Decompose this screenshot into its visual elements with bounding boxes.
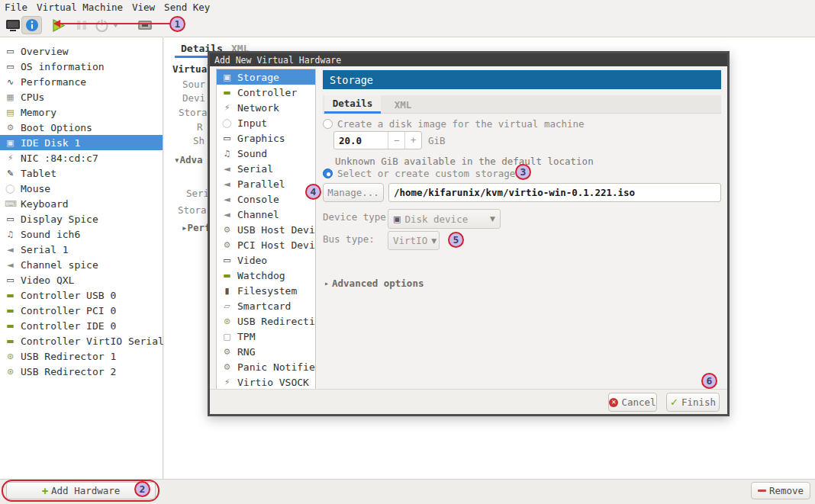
sidebar-item-usb-redirector-2[interactable]: ⊛ USB Redirector 2 — [0, 364, 163, 379]
hwtype-item-panic-notifier[interactable]: ⚙ Panic Notifier — [217, 359, 315, 374]
item-icon: ⚡ — [221, 103, 233, 113]
info-icon[interactable] — [21, 16, 42, 34]
hardware-type-list: ▣ Storage ▬ Controller ⚡ Network ◯ Input… — [216, 69, 316, 392]
hwtype-item-input[interactable]: ◯ Input — [217, 115, 315, 130]
hwtype-item-parallel[interactable]: ◄ Parallel — [217, 176, 315, 191]
hwtype-item-virtio-vsock[interactable]: ⚡ Virtio VSOCK — [217, 374, 315, 390]
sidebar-item-display-spice[interactable]: ▭ Display Spice — [0, 211, 163, 226]
disk-size-spinner[interactable]: 20.0 − + — [333, 131, 422, 149]
item-label: Keyboard — [21, 198, 69, 210]
sidebar-item-controller-virtio-serial-0[interactable]: ▬ Controller VirtIO Serial 0 — [0, 333, 163, 348]
disk-size-value[interactable]: 20.0 — [334, 132, 388, 149]
menu-file[interactable]: File — [3, 2, 35, 13]
performance-options-expander[interactable]: ▸Perf — [182, 222, 211, 233]
hwtype-item-rng[interactable]: ⚙ RNG — [217, 344, 315, 359]
menu-virtual-machine[interactable]: Virtual Machine — [35, 2, 130, 13]
hwtype-item-storage[interactable]: ▣ Storage — [217, 69, 315, 85]
hwtype-item-console[interactable]: ◄ Console — [217, 191, 315, 207]
hwtype-item-pci-host-device[interactable]: ⚙ PCI Host Device — [217, 237, 315, 252]
hardware-list: ▭ Overview ▭ OS information ∿ Performanc… — [0, 37, 163, 379]
device-type-row: Device type: — [323, 211, 391, 223]
hwtype-item-serial[interactable]: ◄ Serial — [217, 161, 315, 176]
pause-icon[interactable] — [72, 16, 91, 34]
cancel-button[interactable]: ✕ Cancel — [608, 393, 657, 412]
sidebar-item-os-information[interactable]: ▭ OS information — [0, 59, 163, 74]
shutdown-menu-caret[interactable] — [110, 16, 121, 34]
sidebar-item-nic-84-cd-c7[interactable]: ⚡ NIC :84:cd:c7 — [0, 150, 163, 165]
storage-path-input[interactable] — [388, 183, 721, 202]
sidebar-item-usb-redirector-1[interactable]: ⊛ USB Redirector 1 — [0, 348, 163, 364]
hwtype-item-usb-host-device[interactable]: ⚙ USB Host Device — [217, 222, 315, 237]
sidebar-item-serial-1[interactable]: ◄ Serial 1 — [0, 242, 163, 257]
sidebar-item-controller-pci-0[interactable]: ▬ Controller PCI 0 — [0, 303, 163, 318]
item-label: Input — [237, 117, 267, 129]
sidebar-item-cpus[interactable]: ▦ CPUs — [0, 89, 163, 104]
item-label: USB Host Device — [237, 224, 316, 236]
item-icon: ⊛ — [221, 316, 233, 326]
gib-unit-label: GiB — [428, 135, 446, 146]
sidebar-item-mouse[interactable]: ◯ Mouse — [0, 181, 163, 196]
sidebar-item-performance[interactable]: ∿ Performance — [0, 74, 163, 89]
shutdown-icon[interactable] — [93, 16, 110, 34]
menu-view[interactable]: View — [130, 2, 163, 13]
sidebar-item-channel-spice[interactable]: ◄ Channel spice — [0, 257, 163, 272]
bus-type-select[interactable]: VirtIO ▼ — [388, 231, 440, 250]
sidebar-item-keyboard[interactable]: ⌨ Keyboard — [0, 196, 163, 211]
item-icon: ◯ — [221, 118, 233, 128]
item-label: Controller IDE 0 — [21, 320, 116, 332]
hwtype-item-network[interactable]: ⚡ Network — [217, 100, 315, 115]
hwtype-item-watchdog[interactable]: ▬ Watchdog — [217, 268, 315, 283]
panel-tab-xml[interactable]: XML — [384, 95, 422, 114]
hwtype-item-graphics[interactable]: ▭ Graphics — [217, 130, 315, 146]
custom-storage-radio[interactable] — [323, 169, 333, 178]
item-label: Channel — [237, 209, 279, 220]
sidebar-item-boot-options[interactable]: ⚙ Boot Options — [0, 120, 163, 135]
spin-minus-button[interactable]: − — [388, 132, 404, 149]
add-hardware-button[interactable]: + Add Hardware — [6, 482, 156, 499]
add-hardware-label: Add Hardware — [51, 485, 120, 496]
hwtype-item-filesystem[interactable]: ▮ Filesystem — [217, 283, 315, 298]
sidebar-item-overview[interactable]: ▭ Overview — [0, 43, 163, 59]
disk-device-icon: ▣ — [393, 214, 401, 224]
menu-send-key[interactable]: Send Key — [163, 2, 217, 13]
create-disk-radio[interactable] — [323, 119, 333, 129]
dialog-titlebar[interactable]: Add New Virtual Hardware — [210, 53, 727, 66]
remove-button[interactable]: Remove — [751, 482, 810, 499]
item-label: CPUs — [21, 91, 44, 103]
sidebar-item-video-qxl[interactable]: ▭ Video QXL — [0, 272, 163, 287]
hwtype-item-sound[interactable]: ♫ Sound — [217, 146, 315, 161]
toolbar — [0, 14, 815, 37]
screenshot-icon[interactable] — [135, 16, 155, 34]
bus-type-label: Bus type: — [323, 233, 375, 245]
console-icon[interactable] — [4, 16, 22, 34]
hwtype-item-usb-redirection[interactable]: ⊛ USB Redirection — [217, 313, 315, 329]
item-icon: ⚙ — [221, 240, 233, 250]
sidebar-item-controller-ide-0[interactable]: ▬ Controller IDE 0 — [0, 318, 163, 333]
advanced-options-expander[interactable]: ▾Adva — [174, 154, 203, 165]
hwtype-item-tpm[interactable]: ▢ TPM — [217, 329, 315, 344]
hwtype-item-channel[interactable]: ◄ Channel — [217, 207, 315, 222]
item-icon: ▭ — [5, 47, 16, 56]
item-icon: ◄ — [221, 194, 233, 204]
panel-tabstrip: Details XML — [323, 95, 721, 114]
sidebar-item-sound-ich6[interactable]: ♫ Sound ich6 — [0, 226, 163, 242]
plus-icon: + — [42, 485, 48, 497]
advanced-options-expander[interactable]: ▸ Advanced options — [324, 278, 424, 289]
item-icon: ▬ — [5, 291, 16, 300]
sidebar-item-tablet[interactable]: ✎ Tablet — [0, 165, 163, 181]
finish-button[interactable]: ✓ Finish — [666, 393, 720, 412]
item-label: Controller VirtIO Serial 0 — [21, 335, 176, 347]
spin-plus-button[interactable]: + — [404, 132, 421, 149]
panel-tab-details[interactable]: Details — [324, 95, 381, 114]
hardware-sidebar: ▭ Overview ▭ OS information ∿ Performanc… — [0, 37, 163, 479]
cancel-label: Cancel — [621, 396, 656, 408]
annotation-arrow-head — [53, 20, 60, 27]
sidebar-item-memory[interactable]: ▤ Memory — [0, 104, 163, 120]
device-type-select[interactable]: ▣ Disk device ▼ — [388, 209, 501, 229]
manage-button[interactable]: Manage... — [323, 183, 384, 202]
sidebar-item-controller-usb-0[interactable]: ▬ Controller USB 0 — [0, 287, 163, 303]
sidebar-item-ide-disk-1[interactable]: ▣ IDE Disk 1 — [0, 135, 163, 150]
hwtype-item-smartcard[interactable]: ▱ Smartcard — [217, 298, 315, 313]
hwtype-item-video[interactable]: ▭ Video — [217, 252, 315, 268]
hwtype-item-controller[interactable]: ▬ Controller — [217, 85, 315, 100]
